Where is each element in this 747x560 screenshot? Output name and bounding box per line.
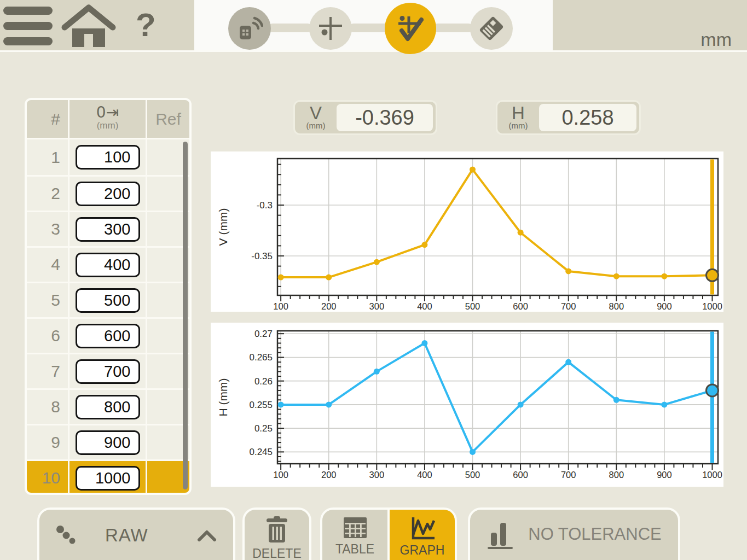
h-readout: H (mm) 0.258 <box>496 100 641 135</box>
data-point <box>421 242 427 248</box>
delete-button[interactable]: DELETE <box>242 508 311 560</box>
table-scrollbar[interactable] <box>183 142 188 489</box>
x-tick-label: 200 <box>321 301 337 311</box>
table-row[interactable]: 1100 <box>27 139 189 175</box>
graph-view-icon <box>409 516 436 540</box>
data-point <box>470 166 476 172</box>
chevron-up-icon <box>197 529 217 541</box>
top-bar: ? <box>0 0 747 52</box>
help-button[interactable]: ? <box>136 2 156 48</box>
distance-input[interactable]: 1000 <box>76 466 140 491</box>
table-row[interactable]: 9900 <box>27 424 189 459</box>
distance-input[interactable]: 900 <box>76 430 140 455</box>
menu-button[interactable] <box>3 4 54 49</box>
v-unit: (mm) <box>306 121 326 130</box>
y-tick-label: -0.35 <box>251 251 273 261</box>
y-tick-label: 0.25 <box>254 423 273 434</box>
distance-input[interactable]: 700 <box>76 359 140 384</box>
data-point <box>326 275 332 281</box>
home-icon <box>60 4 117 48</box>
step-sensor-button[interactable] <box>228 7 271 50</box>
table-row[interactable]: 5500 <box>27 282 189 317</box>
step-target-button[interactable] <box>309 7 352 50</box>
v-readout-label: V (mm) <box>295 102 337 133</box>
distance-input[interactable]: 600 <box>76 324 140 348</box>
row-number: 5 <box>27 283 70 317</box>
x-tick-label: 400 <box>417 301 432 311</box>
x-tick-label: 1000 <box>702 301 722 311</box>
x-tick-label: 500 <box>465 301 480 311</box>
x-tick-label: 1000 <box>702 470 722 480</box>
sensor-wireless-icon <box>236 15 263 42</box>
step-connector <box>268 24 312 32</box>
x-tick-label: 200 <box>321 470 337 480</box>
raw-dropdown-button[interactable]: RAW <box>37 508 235 560</box>
data-point <box>565 268 571 274</box>
x-tick-label: 400 <box>417 470 432 480</box>
row-number: 2 <box>27 177 70 211</box>
row-distance-cell: 400 <box>70 248 147 282</box>
graph-view-button-active[interactable]: GRAPH <box>387 510 455 560</box>
x-tick-label: 700 <box>561 470 576 480</box>
step-connector <box>433 24 473 32</box>
distance-input[interactable]: 200 <box>76 182 140 206</box>
step-measure-button-active[interactable] <box>385 3 436 54</box>
current-data-point <box>706 269 718 281</box>
distance-input[interactable]: 800 <box>76 395 140 419</box>
table-row[interactable]: 4400 <box>27 246 189 282</box>
distance-input[interactable]: 300 <box>76 217 140 242</box>
distance-to-bar-icon: 0⇥ <box>70 103 146 121</box>
table-view-button[interactable]: TABLE <box>322 510 387 560</box>
row-distance-cell: 500 <box>70 283 147 317</box>
x-tick-label: 800 <box>609 470 624 480</box>
step-report-button[interactable] <box>470 7 513 50</box>
table-row[interactable]: 7700 <box>27 353 189 388</box>
table-body: 1100220033004400550066007700880099001010… <box>27 139 189 495</box>
delete-label: DELETE <box>252 546 301 560</box>
h-readout-label: H (mm) <box>497 102 539 133</box>
distance-input[interactable]: 400 <box>76 253 140 277</box>
row-distance-cell: 100 <box>70 139 147 175</box>
tolerance-button[interactable]: NO TOLERANCE <box>468 508 680 560</box>
row-number: 3 <box>27 212 70 246</box>
table-row[interactable]: 8800 <box>27 388 189 424</box>
y-tick-label: 0.245 <box>249 447 273 457</box>
data-point <box>565 359 571 365</box>
x-tick-label: 100 <box>273 301 288 311</box>
x-tick-label: 600 <box>513 470 528 480</box>
data-point <box>421 340 427 346</box>
table-row[interactable]: 6600 <box>27 317 189 353</box>
home-button[interactable] <box>60 4 117 50</box>
data-point <box>374 259 380 265</box>
step-connector <box>349 24 389 32</box>
column-header-distance: 0⇥ (mm) <box>70 100 147 138</box>
table-row[interactable]: 3300 <box>27 211 189 246</box>
raw-points-icon <box>56 525 77 546</box>
row-number: 10 <box>27 461 70 495</box>
tolerance-bars-icon <box>487 520 515 549</box>
y-axis-title: H (mm) <box>217 378 229 417</box>
plot-area <box>277 331 718 464</box>
hamburger-menu-icon <box>3 4 54 47</box>
distance-input[interactable]: 100 <box>76 145 140 170</box>
row-number: 7 <box>27 354 70 388</box>
row-distance-cell: 200 <box>70 177 147 211</box>
table-row[interactable]: 2200 <box>27 175 189 211</box>
distance-input[interactable]: 500 <box>76 288 140 313</box>
data-point <box>661 401 667 407</box>
graph-view-label: GRAPH <box>400 543 445 558</box>
x-tick-label: 900 <box>657 301 672 311</box>
view-toggle: TABLE GRAPH <box>320 508 457 560</box>
tolerance-label: NO TOLERANCE <box>528 524 661 544</box>
column-header-number: # <box>27 100 70 138</box>
row-number: 6 <box>27 319 70 353</box>
data-point <box>518 401 524 407</box>
points-table-header: # 0⇥ (mm) Ref <box>27 100 189 139</box>
h-readout-value: 0.258 <box>539 104 636 131</box>
data-point <box>518 230 524 236</box>
h-chart: 0.270.2650.260.2550.250.2451002003004005… <box>211 323 723 487</box>
x-tick-label: 600 <box>513 301 528 311</box>
table-row[interactable]: 101000 <box>27 459 189 495</box>
table-view-icon <box>343 516 368 539</box>
raw-label: RAW <box>105 525 148 546</box>
